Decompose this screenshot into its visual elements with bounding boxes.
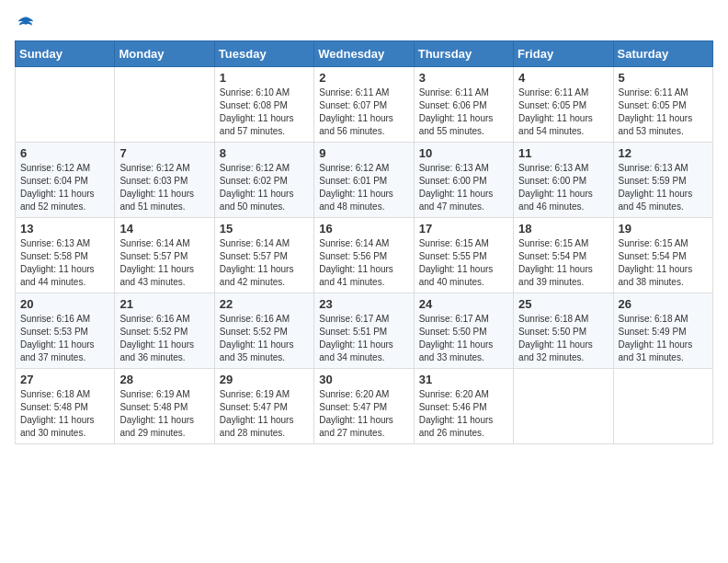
day-info: Sunrise: 6:19 AM Sunset: 5:48 PM Dayligh… <box>119 388 209 440</box>
calendar-cell: 2Sunrise: 6:11 AM Sunset: 6:07 PM Daylig… <box>314 67 414 143</box>
day-info: Sunrise: 6:13 AM Sunset: 5:58 PM Dayligh… <box>20 237 109 289</box>
day-number: 27 <box>20 373 109 386</box>
day-number: 11 <box>518 146 608 160</box>
day-number: 6 <box>20 146 109 160</box>
day-number: 26 <box>619 297 708 311</box>
day-number: 1 <box>220 71 309 85</box>
calendar-cell: 3Sunrise: 6:11 AM Sunset: 6:06 PM Daylig… <box>414 67 513 143</box>
calendar-cell: 6Sunrise: 6:12 AM Sunset: 6:04 PM Daylig… <box>16 143 115 218</box>
calendar-cell: 9Sunrise: 6:12 AM Sunset: 6:01 PM Daylig… <box>314 143 414 218</box>
day-number: 21 <box>119 297 209 311</box>
day-info: Sunrise: 6:12 AM Sunset: 6:04 PM Dayligh… <box>20 162 109 213</box>
day-info: Sunrise: 6:14 AM Sunset: 5:57 PM Dayligh… <box>119 237 209 289</box>
calendar-cell <box>115 67 214 143</box>
calendar-cell: 8Sunrise: 6:12 AM Sunset: 6:02 PM Daylig… <box>214 143 313 218</box>
calendar-cell: 16Sunrise: 6:14 AM Sunset: 5:56 PM Dayli… <box>314 218 414 293</box>
week-row-2: 6Sunrise: 6:12 AM Sunset: 6:04 PM Daylig… <box>16 143 713 218</box>
day-number: 24 <box>419 297 508 311</box>
calendar-cell: 12Sunrise: 6:13 AM Sunset: 5:59 PM Dayli… <box>613 143 712 218</box>
day-info: Sunrise: 6:17 AM Sunset: 5:51 PM Dayligh… <box>319 313 408 364</box>
day-info: Sunrise: 6:20 AM Sunset: 5:47 PM Dayligh… <box>319 388 408 440</box>
weekday-header-sunday: Sunday <box>16 41 115 67</box>
day-number: 2 <box>319 71 408 85</box>
day-info: Sunrise: 6:16 AM Sunset: 5:52 PM Dayligh… <box>220 313 309 364</box>
day-number: 9 <box>319 146 408 160</box>
day-info: Sunrise: 6:20 AM Sunset: 5:46 PM Dayligh… <box>419 388 508 440</box>
day-number: 14 <box>119 222 209 236</box>
day-info: Sunrise: 6:11 AM Sunset: 6:07 PM Dayligh… <box>319 86 408 138</box>
calendar-cell: 26Sunrise: 6:18 AM Sunset: 5:49 PM Dayli… <box>613 293 712 369</box>
day-info: Sunrise: 6:13 AM Sunset: 6:00 PM Dayligh… <box>419 162 508 213</box>
calendar-cell: 30Sunrise: 6:20 AM Sunset: 5:47 PM Dayli… <box>314 369 414 444</box>
day-info: Sunrise: 6:12 AM Sunset: 6:03 PM Dayligh… <box>119 162 209 213</box>
day-number: 20 <box>20 297 109 311</box>
calendar-cell: 22Sunrise: 6:16 AM Sunset: 5:52 PM Dayli… <box>214 293 313 369</box>
calendar-cell: 11Sunrise: 6:13 AM Sunset: 6:00 PM Dayli… <box>514 143 613 218</box>
day-number: 8 <box>220 146 309 160</box>
day-info: Sunrise: 6:14 AM Sunset: 5:56 PM Dayligh… <box>319 237 408 289</box>
calendar-cell: 15Sunrise: 6:14 AM Sunset: 5:57 PM Dayli… <box>214 218 313 293</box>
day-number: 4 <box>518 71 608 85</box>
day-info: Sunrise: 6:11 AM Sunset: 6:05 PM Dayligh… <box>619 86 708 138</box>
day-number: 30 <box>319 373 408 386</box>
weekday-header-row: SundayMondayTuesdayWednesdayThursdayFrid… <box>16 41 713 67</box>
day-info: Sunrise: 6:10 AM Sunset: 6:08 PM Dayligh… <box>220 86 309 138</box>
header <box>15 15 713 33</box>
calendar-cell: 24Sunrise: 6:17 AM Sunset: 5:50 PM Dayli… <box>414 293 513 369</box>
calendar-cell: 23Sunrise: 6:17 AM Sunset: 5:51 PM Dayli… <box>314 293 414 369</box>
calendar-cell: 13Sunrise: 6:13 AM Sunset: 5:58 PM Dayli… <box>16 218 115 293</box>
day-number: 22 <box>220 297 309 311</box>
day-info: Sunrise: 6:19 AM Sunset: 5:47 PM Dayligh… <box>220 388 309 440</box>
day-info: Sunrise: 6:15 AM Sunset: 5:55 PM Dayligh… <box>419 237 508 289</box>
day-info: Sunrise: 6:16 AM Sunset: 5:52 PM Dayligh… <box>119 313 209 364</box>
weekday-header-thursday: Thursday <box>414 41 513 67</box>
day-info: Sunrise: 6:18 AM Sunset: 5:50 PM Dayligh… <box>518 313 608 364</box>
day-number: 23 <box>319 297 408 311</box>
day-info: Sunrise: 6:18 AM Sunset: 5:49 PM Dayligh… <box>619 313 708 364</box>
bird-icon <box>17 15 35 33</box>
day-number: 19 <box>619 222 708 236</box>
day-number: 13 <box>20 222 109 236</box>
day-number: 7 <box>119 146 209 160</box>
calendar-cell: 29Sunrise: 6:19 AM Sunset: 5:47 PM Dayli… <box>214 369 313 444</box>
logo <box>15 15 35 33</box>
week-row-4: 20Sunrise: 6:16 AM Sunset: 5:53 PM Dayli… <box>16 293 713 369</box>
day-info: Sunrise: 6:14 AM Sunset: 5:57 PM Dayligh… <box>220 237 309 289</box>
day-number: 29 <box>220 373 309 386</box>
day-info: Sunrise: 6:12 AM Sunset: 6:01 PM Dayligh… <box>319 162 408 213</box>
calendar-cell: 17Sunrise: 6:15 AM Sunset: 5:55 PM Dayli… <box>414 218 513 293</box>
calendar-cell: 4Sunrise: 6:11 AM Sunset: 6:05 PM Daylig… <box>514 67 613 143</box>
calendar-cell: 25Sunrise: 6:18 AM Sunset: 5:50 PM Dayli… <box>514 293 613 369</box>
calendar-cell: 7Sunrise: 6:12 AM Sunset: 6:03 PM Daylig… <box>115 143 214 218</box>
day-info: Sunrise: 6:15 AM Sunset: 5:54 PM Dayligh… <box>619 237 708 289</box>
calendar-cell: 28Sunrise: 6:19 AM Sunset: 5:48 PM Dayli… <box>115 369 214 444</box>
day-info: Sunrise: 6:13 AM Sunset: 6:00 PM Dayligh… <box>518 162 608 213</box>
day-number: 5 <box>619 71 708 85</box>
day-number: 10 <box>419 146 508 160</box>
calendar-cell <box>613 369 712 444</box>
calendar: SundayMondayTuesdayWednesdayThursdayFrid… <box>15 40 713 444</box>
day-number: 16 <box>319 222 408 236</box>
day-number: 15 <box>220 222 309 236</box>
weekday-header-saturday: Saturday <box>613 41 712 67</box>
day-info: Sunrise: 6:16 AM Sunset: 5:53 PM Dayligh… <box>20 313 109 364</box>
day-info: Sunrise: 6:18 AM Sunset: 5:48 PM Dayligh… <box>20 388 109 440</box>
calendar-cell <box>16 67 115 143</box>
weekday-header-wednesday: Wednesday <box>314 41 414 67</box>
day-number: 25 <box>518 297 608 311</box>
week-row-1: 1Sunrise: 6:10 AM Sunset: 6:08 PM Daylig… <box>16 67 713 143</box>
weekday-header-monday: Monday <box>115 41 214 67</box>
day-number: 17 <box>419 222 508 236</box>
calendar-cell: 31Sunrise: 6:20 AM Sunset: 5:46 PM Dayli… <box>414 369 513 444</box>
calendar-cell <box>514 369 613 444</box>
week-row-3: 13Sunrise: 6:13 AM Sunset: 5:58 PM Dayli… <box>16 218 713 293</box>
calendar-cell: 19Sunrise: 6:15 AM Sunset: 5:54 PM Dayli… <box>613 218 712 293</box>
calendar-cell: 21Sunrise: 6:16 AM Sunset: 5:52 PM Dayli… <box>115 293 214 369</box>
calendar-cell: 1Sunrise: 6:10 AM Sunset: 6:08 PM Daylig… <box>214 67 313 143</box>
calendar-cell: 5Sunrise: 6:11 AM Sunset: 6:05 PM Daylig… <box>613 67 712 143</box>
week-row-5: 27Sunrise: 6:18 AM Sunset: 5:48 PM Dayli… <box>16 369 713 444</box>
calendar-cell: 14Sunrise: 6:14 AM Sunset: 5:57 PM Dayli… <box>115 218 214 293</box>
day-number: 28 <box>119 373 209 386</box>
day-info: Sunrise: 6:17 AM Sunset: 5:50 PM Dayligh… <box>419 313 508 364</box>
calendar-cell: 27Sunrise: 6:18 AM Sunset: 5:48 PM Dayli… <box>16 369 115 444</box>
